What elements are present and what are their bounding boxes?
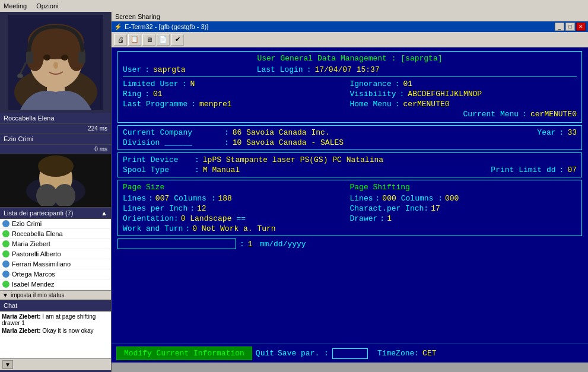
user-label: User (123, 65, 141, 74)
svg-rect-11 (78, 52, 85, 63)
current-company-value: 86 Savoia Canada Inc. (233, 128, 516, 137)
svg-point-8 (61, 55, 68, 61)
ps-columns-label: Columns : (401, 194, 443, 203)
visibility-label: Visibility (350, 90, 396, 98)
status-label[interactable]: imposta il mio status (11, 292, 65, 298)
list-item: Roccabella Elena (0, 229, 111, 239)
opzioni-menu[interactable]: Opzioni (36, 2, 58, 9)
timezone-label: TimeZone: (377, 349, 419, 358)
division-label: Division ______ (123, 138, 221, 147)
close-button[interactable]: ✕ (576, 23, 586, 31)
chat-area: Maria Ziebert: I am at page shifting dra… (0, 311, 111, 358)
print-limit-value: 07 (567, 166, 577, 174)
print-limit-label: Print Limit dd (491, 166, 555, 174)
charact-per-inch-label: Charact.per Inch: (350, 204, 429, 213)
year-value: 33 (567, 128, 577, 137)
current-menu-label: Current Menu (463, 110, 519, 119)
lines-per-inch-label: Lines per Inch (123, 204, 187, 213)
minimize-button[interactable]: _ (555, 23, 564, 31)
home-menu-label: Home Menu (350, 100, 392, 109)
page-shifting-header: Page Shifting (350, 183, 577, 192)
ps-lines-value: 000 (382, 194, 396, 203)
drawer-label: Drawer (350, 214, 378, 223)
svg-point-7 (43, 55, 50, 61)
participant-name: Maria Ziebert (12, 240, 50, 247)
save-input[interactable] (332, 348, 368, 359)
participant-name: Isabel Mendez (12, 281, 55, 288)
ring-label: Ring (123, 90, 141, 98)
last-programme-label: Last Programme (123, 100, 187, 109)
user1-name: Roccabella Elena (0, 113, 111, 124)
last-login-value: 17/04/07 15:37 (314, 65, 379, 74)
work-and-turn-label: Work and Turn (123, 224, 183, 233)
participant-name: Pastorelli Alberto (12, 250, 61, 257)
user2-name: Ezio Crimi (0, 133, 111, 145)
svg-point-17 (38, 155, 74, 177)
svg-point-13 (17, 74, 23, 78)
maximize-button[interactable]: □ (565, 23, 575, 31)
limited-user-label: Limited User (123, 80, 179, 88)
modify-button[interactable]: Modify Current Information (116, 346, 252, 360)
drawer-value: 1 (387, 214, 392, 223)
ps-lines-label: Lines (350, 194, 373, 203)
participant-name: Ferrari Massimiliano (12, 260, 71, 268)
list-item: Ferrari Massimiliano (0, 259, 111, 269)
limited-user-value: N (190, 80, 195, 88)
current-menu-value: cerMENUTE0 (530, 110, 577, 119)
chat-input-bar: ▼ (0, 358, 111, 370)
copy-button[interactable]: 📋 (128, 34, 141, 46)
orientation-value: 0 Landscape (181, 214, 232, 223)
doc-button[interactable]: 📄 (157, 34, 170, 46)
participants-header: Lista dei partecipanti (7) ▲ (0, 208, 111, 219)
lines-label: Lines (123, 194, 146, 203)
division-value: 10 Savoia Canada - SALES (233, 138, 344, 147)
last-login-label: Last Login (257, 65, 303, 74)
video-area (0, 12, 111, 113)
save-label: Save par. : (278, 349, 329, 358)
print-device-value: lpPS Stampante laser PS(GS) PC Natalina (203, 155, 383, 164)
spool-type-label: Spool Type (123, 166, 191, 174)
chat-scroll-button[interactable]: ▼ (2, 360, 13, 369)
orientation-label: Orientation: (123, 214, 179, 223)
year-label: Year (537, 128, 555, 137)
work-and-turn-value: 0 Not Work a. Turn (192, 224, 275, 233)
date-colon: : (240, 240, 244, 249)
print-button[interactable]: 🖨 (114, 34, 127, 46)
svg-rect-10 (26, 52, 33, 63)
columns-value: 188 (218, 194, 231, 203)
scroll-up[interactable]: ▲ (101, 209, 107, 217)
screen-sharing-bar: Screen Sharing (112, 12, 588, 21)
message-text: Okay it is now okay (42, 328, 93, 334)
chat-message: Maria Ziebert: I am at page shifting dra… (2, 313, 109, 326)
message-sender: Maria Ziebert: (2, 313, 41, 320)
timezone-value: CET (422, 349, 436, 358)
ignorance-value: 01 (403, 80, 413, 88)
ring-value: 01 (153, 90, 163, 98)
orientation-eq: == (236, 214, 246, 223)
check-button[interactable]: ✔ (171, 34, 184, 46)
lines-value: 007 (155, 194, 169, 203)
user2-ms: 0 ms (0, 145, 111, 154)
columns-label: Columns : (174, 194, 215, 203)
terminal-icon: ⚡ (114, 23, 122, 31)
date-format: mm/dd/yyyy (260, 240, 306, 249)
meeting-menu[interactable]: Meeting (4, 2, 27, 9)
spool-type-value: M Manual (203, 166, 488, 174)
user1-ms: 224 ms (0, 124, 111, 133)
chat-header: Chat (0, 300, 111, 311)
status-bar (112, 363, 588, 372)
quit-label[interactable]: Quit (256, 349, 274, 358)
lines-per-inch-value: 12 (197, 204, 206, 213)
screen-button[interactable]: 🖥 (142, 34, 155, 46)
page-size-header: Page Size (123, 183, 350, 192)
print-device-label: Print Device (123, 155, 191, 164)
date-input[interactable] (117, 239, 236, 249)
user-video (8, 15, 103, 110)
list-item: Maria Ziebert (0, 239, 111, 249)
terminal-title: E-Term32 - [gfb (gestgfb - 3)] (125, 23, 208, 30)
ignorance-label: Ignorance (350, 80, 392, 88)
triangle-icon: ▼ (2, 292, 8, 298)
list-item: Pastorelli Alberto (0, 249, 111, 259)
last-programme-value: menpre1 (199, 100, 232, 109)
participants-list: Ezio Crimi Roccabella Elena Maria Zieber… (0, 219, 111, 290)
